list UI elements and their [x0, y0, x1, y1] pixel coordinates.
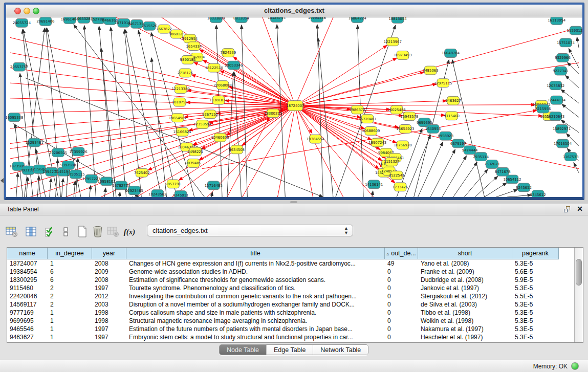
table-cell[interactable]: 5.3E-5: [512, 333, 559, 341]
table-cell[interactable]: 9699695: [7, 317, 48, 325]
table-row[interactable]: 977716911998Corpus callosum shape and si…: [7, 309, 574, 317]
table-settings-icon[interactable]: [5, 225, 18, 238]
network-node[interactable]: 18724007: [286, 101, 304, 111]
network-node[interactable]: 1498221: [187, 147, 203, 156]
row-height-icon[interactable]: [59, 225, 73, 238]
table-cell[interactable]: 6: [48, 276, 92, 284]
network-node[interactable]: 1151327: [384, 158, 400, 166]
network-node[interactable]: 10654112: [503, 175, 521, 184]
column-header-pagerank[interactable]: pagerank: [512, 248, 559, 259]
network-node[interactable]: 10995338: [308, 17, 326, 22]
table-cell[interactable]: 18300295: [7, 276, 48, 284]
table-cell[interactable]: 9115460: [7, 284, 48, 292]
network-node[interactable]: 9267150: [202, 110, 218, 119]
network-node[interactable]: 15593121: [567, 26, 582, 35]
table-cell[interactable]: Changes of HCN gene expression and I(f) …: [126, 259, 385, 268]
table-cell[interactable]: Yano et al. (2008): [418, 259, 512, 268]
table-row[interactable]: 911546021997Tourette syndrome. Phenomeno…: [7, 284, 574, 292]
tab-edge-table[interactable]: Edge Table: [267, 345, 313, 355]
network-node[interactable]: 8813054: [233, 17, 249, 23]
table-cell[interactable]: 0: [385, 333, 418, 341]
network-node[interactable]: 1733426: [393, 183, 408, 191]
network-node[interactable]: 2718176: [178, 69, 193, 77]
table-cell[interactable]: 2008: [92, 259, 126, 268]
table-cell[interactable]: Embryonic stem cells: a model to study s…: [126, 333, 385, 341]
tab-network-table[interactable]: Network Table: [313, 345, 368, 355]
table-cell[interactable]: 1997: [92, 284, 126, 292]
table-cell[interactable]: de Silva et al. (2003): [418, 300, 512, 309]
table-cell[interactable]: 1: [48, 325, 92, 333]
table-cell[interactable]: 5.3E-5: [512, 300, 559, 309]
table-cell[interactable]: 0: [385, 292, 418, 300]
network-node[interactable]: 5912954: [182, 34, 198, 43]
table-cell[interactable]: 2012: [92, 292, 126, 300]
table-cell[interactable]: Disruption of a novel member of a sodium…: [126, 300, 385, 309]
delete-columns-icon[interactable]: [106, 225, 120, 238]
table-cell[interactable]: 6: [48, 268, 92, 276]
network-node[interactable]: 7485063: [423, 66, 439, 75]
splitter-grip[interactable]: [290, 201, 297, 203]
network-node[interactable]: 1167533: [563, 152, 579, 161]
table-cell[interactable]: 19384554: [7, 268, 48, 276]
network-node[interactable]: 9329966: [555, 53, 571, 62]
table-cell[interactable]: 5.3E-5: [512, 284, 559, 292]
close-traffic-button[interactable]: [14, 8, 21, 14]
network-node[interactable]: 7824539: [220, 49, 236, 57]
table-cell[interactable]: 0: [385, 300, 418, 309]
network-node[interactable]: 12213389: [172, 85, 190, 94]
vertical-scrollbar[interactable]: [574, 248, 583, 342]
table-cell[interactable]: 0: [385, 276, 418, 284]
column-selector-icon[interactable]: [25, 225, 38, 238]
table-cell[interactable]: Jankovic et al. (1997): [418, 284, 512, 292]
table-cell[interactable]: 1997: [92, 325, 126, 333]
network-node[interactable]: 14136141: [365, 180, 383, 189]
table-cell[interactable]: 2009: [92, 268, 126, 276]
table-cell[interactable]: 9463627: [7, 333, 48, 341]
table-cell[interactable]: 0: [385, 317, 418, 325]
table-cell[interactable]: 1: [48, 333, 92, 341]
table-cell[interactable]: 2008: [92, 276, 126, 284]
network-node[interactable]: 8215956: [535, 104, 551, 113]
network-node[interactable]: 9397588: [60, 161, 76, 170]
table-cell[interactable]: 9777169: [7, 309, 48, 317]
network-node[interactable]: 12035832: [547, 81, 564, 90]
table-cell[interactable]: Investigating the contribution of common…: [126, 292, 385, 300]
table-cell[interactable]: Corpus callosum shape and size in male p…: [126, 309, 385, 317]
delete-table-icon[interactable]: [91, 225, 104, 238]
column-header-name[interactable]: name: [7, 248, 48, 259]
network-view-window[interactable]: citations_edges.txt 18724007766382298601…: [4, 3, 584, 200]
column-header-year[interactable]: year: [92, 248, 126, 259]
network-node[interactable]: 9634508: [229, 145, 245, 154]
network-node[interactable]: 9890185: [180, 55, 196, 64]
table-row[interactable]: 1872400712008Changes of HCN gene express…: [7, 259, 574, 268]
network-node[interactable]: 15720407: [358, 115, 376, 123]
table-cell[interactable]: Dudbridge et al. (2008): [418, 276, 512, 284]
table-cell[interactable]: Stergiakouli et al. (2012): [418, 292, 512, 300]
network-node[interactable]: 17016504: [554, 139, 572, 148]
network-node[interactable]: 15716485: [205, 181, 223, 190]
table-cell[interactable]: Franke et al. (2009): [418, 268, 512, 276]
table-cell[interactable]: 5.5E-5: [512, 292, 559, 300]
split-pane-divider[interactable]: [0, 200, 588, 204]
network-node[interactable]: 9857791: [165, 180, 181, 188]
network-node[interactable]: 6679197: [450, 139, 466, 148]
network-node[interactable]: 15166824: [173, 127, 191, 136]
table-cell[interactable]: Estimation of significance thresholds fo…: [126, 276, 385, 284]
table-cell[interactable]: 49: [385, 259, 418, 268]
scrollbar-thumb[interactable]: [576, 259, 582, 286]
network-node[interactable]: 10243562: [148, 190, 166, 197]
table-cell[interactable]: 5.9E-5: [512, 276, 559, 284]
network-node[interactable]: 8471678: [495, 167, 511, 176]
network-node[interactable]: 15751074: [557, 38, 575, 47]
splitpane-collapse-arrow-icon[interactable]: [1, 178, 4, 183]
table-cell[interactable]: 14569117: [7, 300, 48, 309]
network-node[interactable]: 12975115: [434, 79, 452, 87]
close-icon[interactable]: ✕: [577, 205, 583, 213]
network-node[interactable]: 7625402: [134, 168, 150, 177]
zoom-traffic-button[interactable]: [33, 8, 39, 14]
network-node[interactable]: 9227341: [553, 67, 569, 75]
table-cell[interactable]: Hescheler et al. (1997): [418, 333, 512, 341]
table-cell[interactable]: 18724007: [7, 259, 48, 268]
network-node[interactable]: 16095338: [6, 113, 23, 122]
network-node[interactable]: 7532621: [484, 160, 500, 169]
